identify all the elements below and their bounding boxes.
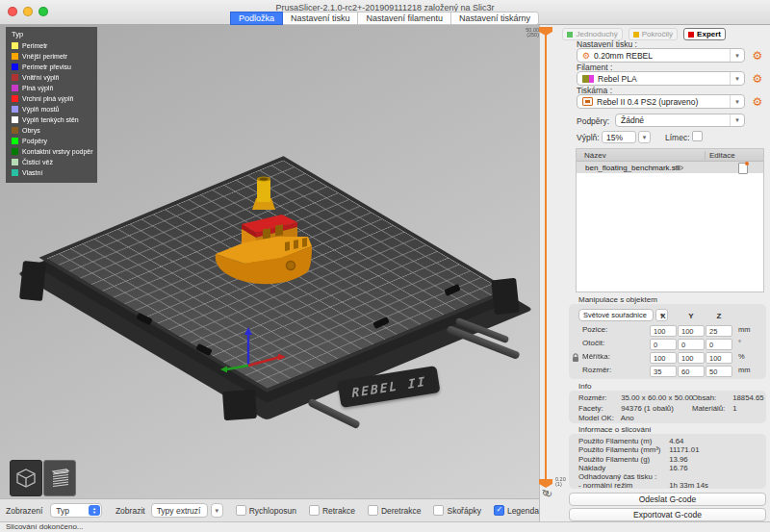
show-features-select[interactable]: Typy extruzí [151,503,208,518]
filament-select[interactable]: Rebel PLA ▾ [577,71,745,86]
eye-icon[interactable] [673,164,684,172]
info-row: Rozměr: 35.00 x 60.00 x 50.00 [578,393,693,404]
legend-item: Vrchní plná výplň [12,93,92,104]
feature-checkbox-item[interactable]: Rychloposun [236,505,296,516]
legend-item: Obrys [12,125,92,136]
printer-select[interactable]: Rebel II 0.4 PS2 (upraveno) ▾ [577,94,745,109]
manipulation-box: Světové souřadnice ▾ X Y Z Pozice: 100 1… [569,304,766,379]
slicing-info-label: Náklady [578,464,667,472]
legend-item: Vnitřní výplň [12,72,92,83]
slicing-info-value: 4.64 [669,437,683,445]
legend-item: Vnější perimetr [12,51,92,62]
show-features-chevron-button[interactable]: ▾ [211,503,223,518]
printer-gear-button[interactable]: ⚙ [751,95,764,109]
object-row[interactable]: ben_floating_benchmark.stl [577,162,763,173]
legend-item-label: Vnější perimetr [22,53,67,60]
checkbox[interactable] [309,505,320,516]
info-label: Facety: [578,404,619,413]
3d-editor-view-button[interactable] [10,460,42,496]
printer-value: Rebel II 0.4 PS2 (upraveno) [597,97,730,107]
checkbox-label: Deretrakce [381,506,422,516]
manipulation-row-label: Rozměr: [582,366,611,374]
info-row: Materiálů: 1 [692,404,764,415]
axis-z-input[interactable]: 0 [706,339,732,350]
infill-label: Výplň: [577,133,600,142]
layers-icon [48,468,71,489]
layers-preview-button[interactable] [43,460,76,496]
info-value: 18854.65 [732,393,764,402]
plaque-text: REBEL II [351,373,426,399]
manipulation-row: Pozice: 100 100 25 mm [569,325,766,337]
print-settings-gear-button[interactable]: ⚙ [751,49,764,63]
legend-color-swatch [12,138,18,144]
coord-system-select[interactable]: Světové souřadnice [578,309,654,321]
filament-gear-button[interactable]: ⚙ [751,72,764,86]
reslice-icon[interactable]: ↻ [540,488,552,499]
edit-column-header: Editace [705,151,763,160]
infill-input[interactable]: 15% [602,131,636,143]
axis-y-input[interactable]: 0 [678,339,705,350]
info-value: 1 [732,404,736,413]
axis-x-input[interactable]: 100 [650,325,677,337]
send-gcode-button[interactable]: Odeslat G-code [569,493,766,506]
infill-chevron-button[interactable]: ▾ [638,131,651,143]
legend-color-swatch [12,63,18,70]
tab[interactable]: Nastavení tisku [282,12,359,25]
lock-icon[interactable] [572,353,579,363]
frame-bracket-right [491,278,520,316]
feature-checkbox-item[interactable]: Skořápky [433,505,480,516]
info-label: Obsah: [692,393,731,402]
tab[interactable]: Podložka [230,12,283,25]
checkbox-label: Retrakce [322,506,355,516]
feature-checkbox-item[interactable]: Deretrakce [368,505,422,516]
checkbox[interactable] [368,505,378,516]
unit-label: mm [738,366,751,374]
legend-title: Typ [12,30,92,38]
view-mode-select[interactable]: Typ ▲▼ [50,503,102,518]
3d-viewport[interactable]: REBEL II Typ Perimetr Vnější perimetr [0,25,539,498]
checkbox[interactable] [494,505,504,516]
supports-select[interactable]: Žádné ▾ [615,114,745,127]
main-tabs: Podložka Nastavení tisku Nastavení filam… [0,12,770,25]
info-row: Obsah: 18854.65 [692,393,764,404]
legend-item-label: Výplň tenkých stěn [22,116,79,123]
legend-panel: Typ Perimetr Vnější perimetr [6,27,97,183]
axis-z-input[interactable]: 25 [706,325,732,337]
axis-x-input[interactable]: 0 [650,339,677,350]
export-gcode-button[interactable]: Exportovat G-code [569,508,766,521]
object-list: Název Editace ben_floating_benchmark.stl [576,148,764,292]
checkbox[interactable] [433,505,444,516]
legend-color-swatch [12,106,18,113]
feature-checkbox-item[interactable]: Retrakce [309,505,355,516]
layer-slider-track[interactable] [545,35,547,481]
info-left-column: Rozměr: 35.00 x 60.00 x 50.00 Facety: 94… [578,393,693,424]
chevron-down-icon: ▾ [730,114,744,126]
axes-indicator-icon [219,327,289,373]
slicing-info-row: - normální režim 1h 33m 14s [569,481,766,490]
view-mode-label: Zobrazení [6,506,42,516]
axis-header-x: X [650,312,677,320]
legend-color-swatch [12,159,18,165]
legend-item-label: Čisticí věž [22,159,53,165]
manipulation-row: Rozměr: 35 60 50 mm [569,366,766,377]
legend-items: Perimetr Vnější perimetr Perimetr převis… [12,40,92,178]
checkbox[interactable] [236,505,246,516]
legend-item: Perimetr [12,40,92,51]
edit-object-icon[interactable] [738,163,748,174]
axis-y-input[interactable]: 100 [678,352,705,364]
tab[interactable]: Nastavení filamentu [357,12,451,25]
axis-y-input[interactable]: 100 [678,325,705,337]
axis-z-input[interactable]: 100 [706,352,732,364]
tab[interactable]: Nastavení tiskárny [450,12,539,25]
axis-y-input[interactable]: 60 [678,366,705,377]
brim-checkbox[interactable] [692,131,703,141]
axis-x-input[interactable]: 100 [650,352,677,364]
feature-checkbox-item[interactable]: Legenda [494,505,539,516]
axis-x-input[interactable]: 35 [650,366,677,377]
legend-item-label: Vlastní [22,169,42,176]
axis-z-input[interactable]: 50 [706,366,732,377]
print-settings-select[interactable]: ⚙ 0.20mm REBEL ▾ [577,48,745,63]
mode-button[interactable]: Expert [683,28,726,40]
benchy-model[interactable] [210,169,321,292]
cube-icon [15,468,37,489]
